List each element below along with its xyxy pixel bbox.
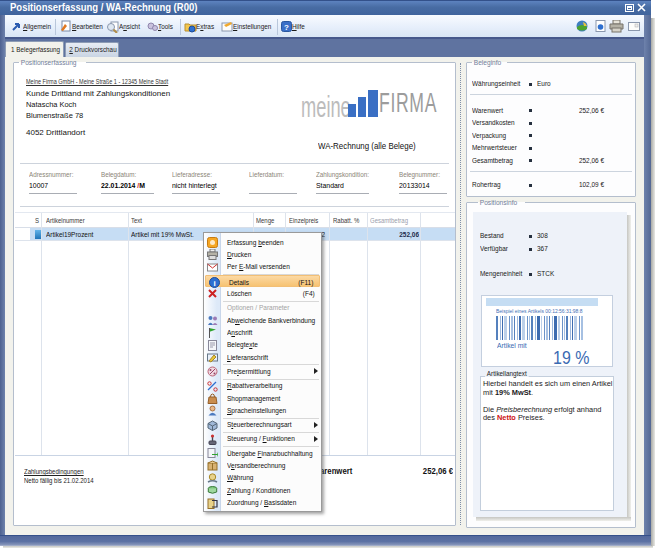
svg-text:?: ?	[284, 23, 289, 32]
svg-text:i: i	[213, 279, 215, 288]
